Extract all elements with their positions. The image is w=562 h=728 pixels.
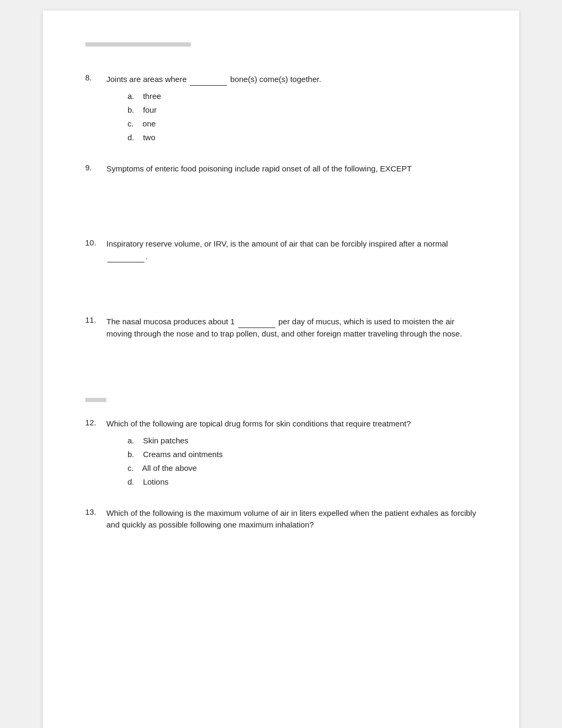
answer-12b-letter: b.	[128, 450, 134, 459]
question-11-text: The nasal mucosa produces about 1 per da…	[106, 315, 477, 340]
answer-12b-text: Creams and ointments	[143, 450, 223, 459]
question-9-number: 9.	[85, 163, 106, 172]
answer-8d-letter: d.	[128, 133, 134, 142]
question-12-row: 12. Which of the following are topical d…	[85, 418, 477, 430]
answer-8a-text: three	[143, 92, 161, 101]
answer-12b: b. Creams and ointments	[128, 448, 477, 461]
answer-12a-text: Skin patches	[143, 436, 188, 445]
redacted-bar-mid	[85, 398, 106, 402]
question-8-answers: a. three b. four c. one d. two	[128, 90, 477, 144]
answer-12a-letter: a.	[128, 436, 134, 445]
blank-11	[238, 315, 275, 328]
question-10-number: 10.	[85, 238, 106, 247]
question-12: 12. Which of the following are topical d…	[85, 418, 477, 488]
question-9-row: 9. Symptoms of enteric food poisoning in…	[85, 163, 477, 175]
question-13-text: Which of the following is the maximum vo…	[106, 507, 477, 531]
question-13: 13. Which of the following is the maximu…	[85, 507, 477, 531]
answer-8c-letter: c.	[128, 119, 134, 128]
question-13-row: 13. Which of the following is the maximu…	[85, 507, 477, 531]
mid-redacted-section	[85, 398, 477, 402]
question-8: 8. Joints are areas where bone(s) come(s…	[85, 73, 477, 144]
question-13-number: 13.	[85, 507, 106, 516]
answer-8b-text: four	[143, 105, 157, 114]
answer-8c-text: one	[142, 119, 156, 128]
page: 8. Joints are areas where bone(s) come(s…	[43, 11, 519, 728]
question-8-number: 8.	[85, 73, 106, 82]
answer-8d: d. two	[128, 131, 477, 144]
question-10: 10. Inspiratory reserve volume, or IRV, …	[85, 238, 477, 262]
answer-12c-letter: c.	[128, 463, 134, 472]
answer-8b-letter: b.	[128, 105, 134, 114]
question-9-text: Symptoms of enteric food poisoning inclu…	[106, 163, 412, 175]
question-11-number: 11.	[85, 315, 106, 324]
question-12-number: 12.	[85, 418, 106, 427]
answer-8a: a. three	[128, 90, 477, 103]
question-12-text: Which of the following are topical drug …	[106, 418, 411, 430]
question-8-text: Joints are areas where bone(s) come(s) t…	[106, 73, 321, 86]
answer-8d-text: two	[143, 133, 155, 142]
redacted-bar-top	[85, 42, 191, 47]
blank-10	[107, 250, 144, 263]
answer-12d: d. Lotions	[128, 476, 477, 488]
question-11-row: 11. The nasal mucosa produces about 1 pe…	[85, 315, 477, 340]
answer-8c: c. one	[128, 117, 477, 130]
question-8-row: 8. Joints are areas where bone(s) come(s…	[85, 73, 477, 86]
top-redacted-section	[85, 42, 477, 47]
answer-12c-text: All of the above	[142, 463, 197, 472]
question-10-row: 10. Inspiratory reserve volume, or IRV, …	[85, 238, 477, 262]
answer-12a: a. Skin patches	[128, 434, 477, 447]
blank-8	[190, 73, 227, 86]
answer-12d-text: Lotions	[143, 477, 168, 486]
question-9: 9. Symptoms of enteric food poisoning in…	[85, 163, 477, 175]
question-10-text: Inspiratory reserve volume, or IRV, is t…	[106, 238, 477, 262]
question-12-answers: a. Skin patches b. Creams and ointments …	[128, 434, 477, 488]
answer-12c: c. All of the above	[128, 462, 477, 475]
answer-8b: b. four	[128, 104, 477, 116]
answer-8a-letter: a.	[128, 92, 134, 101]
question-11: 11. The nasal mucosa produces about 1 pe…	[85, 315, 477, 340]
answer-12d-letter: d.	[128, 477, 134, 486]
